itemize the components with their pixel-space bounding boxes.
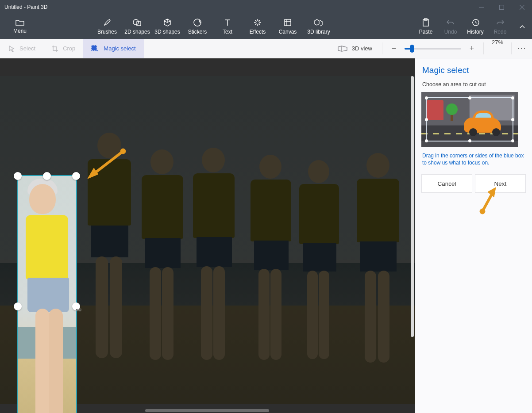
tab-3d-library-label: 3D library [307,29,330,35]
tab-stickers-label: Stickers [188,29,207,35]
zoom-control: − + [382,39,483,58]
3d-view-label: 3D view [352,45,372,52]
window-maximize-button[interactable] [491,0,512,14]
magic-select-tool[interactable]: Magic select [83,39,143,58]
history-label: History [467,29,483,35]
annotation-arrow-2 [478,186,500,217]
undo-icon [446,18,455,27]
redo-icon [496,18,505,27]
paste-label: Paste [419,29,433,35]
paste-button[interactable]: Paste [413,14,438,39]
select-tool[interactable]: Select [0,39,43,58]
effects-icon [253,18,262,27]
cancel-button-label: Cancel [437,180,456,187]
stickers-icon [193,18,202,27]
window-title: Untitled - Paint 3D [4,4,47,10]
history-button[interactable]: History [463,14,488,39]
tab-2d-shapes[interactable]: 2D shapes [122,14,152,39]
canvas-icon [283,18,292,27]
shapes3d-icon [163,18,172,27]
svg-rect-12 [92,46,96,50]
annotation-arrow-1 [84,147,128,182]
tab-canvas[interactable]: Canvas [273,14,303,39]
magic-select-icon [91,45,99,52]
crop-tool-label: Crop [63,45,75,52]
tab-text-label: Text [223,29,232,35]
example-illustration [421,92,518,147]
svg-rect-8 [285,19,291,26]
tab-canvas-label: Canvas [279,29,297,35]
tab-effects[interactable]: Effects [243,14,273,39]
canvas-vertical-scrollbar[interactable] [411,76,414,337]
redo-label: Redo [494,29,507,35]
cancel-button[interactable]: Cancel [421,174,472,193]
tab-3d-shapes[interactable]: 3D shapes [152,14,182,39]
library3d-icon [314,18,323,27]
undo-button[interactable]: Undo [438,14,463,39]
sub-toolbar: Select Crop Magic select 3D view − + 27%… [0,39,532,58]
tab-3d-shapes-label: 3D shapes [154,29,180,35]
3d-view-toggle[interactable]: 3D view [328,39,382,58]
redo-button[interactable]: Redo [488,14,513,39]
more-options-button[interactable]: ··· [512,39,532,58]
svg-rect-1 [499,5,504,9]
window-minimize-button[interactable] [471,0,491,14]
crop-icon [51,45,58,52]
canvas-horizontal-scrollbar[interactable] [145,409,269,412]
zoom-slider-thumb[interactable] [410,45,414,53]
window-close-button[interactable] [512,0,532,14]
select-tool-label: Select [19,45,35,52]
paste-icon [422,18,430,27]
selection-box[interactable] [17,175,77,413]
zoom-out-button[interactable]: − [389,44,398,53]
view3d-icon [338,45,347,52]
tab-3d-library[interactable]: 3D library [303,14,335,39]
selection-handle-top-left[interactable] [14,172,22,180]
menu-button[interactable]: Menu [0,14,40,39]
ribbon: Menu Brushes 2D shapes 3D shapes Sticker… [0,14,532,39]
tab-effects-label: Effects [250,29,266,35]
svg-point-18 [480,209,485,214]
menu-label: Menu [13,28,27,34]
canvas-area[interactable]: ↔ [0,58,415,413]
zoom-in-button[interactable]: + [467,44,476,53]
titlebar: Untitled - Paint 3D [0,0,532,14]
magic-select-tool-label: Magic select [104,45,135,52]
shapes2d-icon [133,18,142,27]
selection-handle-top-mid[interactable] [43,172,51,180]
svg-point-15 [120,149,126,154]
resize-cursor-icon: ↔ [74,305,82,314]
crop-tool[interactable]: Crop [43,39,83,58]
tab-stickers[interactable]: Stickers [182,14,212,39]
zoom-percent[interactable]: 27% [484,39,511,58]
side-panel: Magic select Choose an area to cut out D… [415,58,532,413]
selection-handle-top-right[interactable] [72,172,80,180]
panel-hint-choose-area: Choose an area to cut out [422,81,526,88]
text-icon [223,18,232,27]
zoom-slider[interactable] [405,48,461,50]
tab-brushes-label: Brushes [97,29,117,35]
cursor-icon [8,45,15,52]
history-icon [471,18,480,27]
folder-icon [15,19,24,26]
brush-icon [103,18,112,27]
svg-line-13 [92,151,123,175]
panel-hint-drag: Drag in the corners or sides of the blue… [422,152,525,166]
tab-text[interactable]: Text [212,14,243,39]
undo-label: Undo [444,29,457,35]
expand-ribbon-button[interactable] [513,14,532,39]
tab-brushes[interactable]: Brushes [92,14,122,39]
selection-handle-mid-left[interactable] [14,302,22,310]
chevron-up-icon [519,23,526,30]
svg-point-7 [256,21,259,24]
svg-point-4 [133,19,139,25]
tab-2d-shapes-label: 2D shapes [124,29,150,35]
panel-title: Magic select [422,65,526,75]
svg-marker-14 [88,168,98,179]
